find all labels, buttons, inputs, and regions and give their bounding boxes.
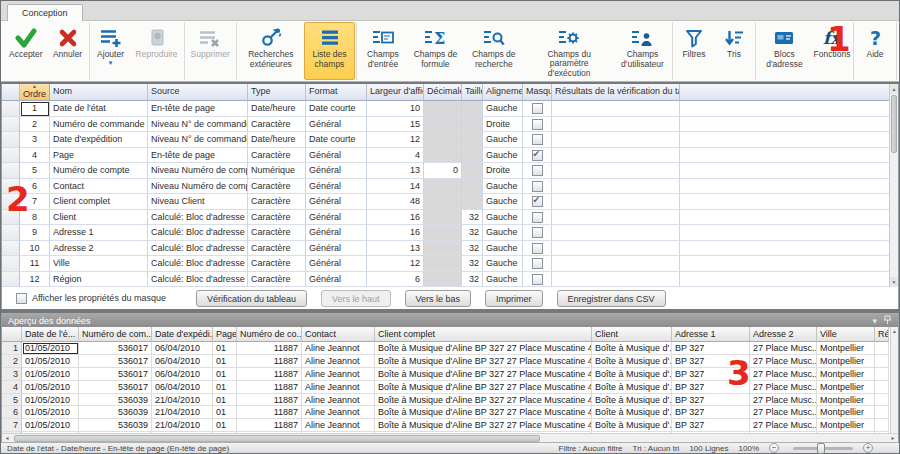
- field-cell-masque[interactable]: [523, 272, 552, 288]
- preview-row-number[interactable]: 6: [2, 406, 22, 419]
- masque-checkbox[interactable]: [532, 274, 543, 285]
- chevron-down-icon[interactable]: ▾: [872, 316, 877, 326]
- scroll-down-icon[interactable]: ▼: [890, 277, 898, 287]
- field-cell-alignement[interactable]: Droite: [483, 117, 523, 133]
- field-cell-ordre[interactable]: 11: [20, 256, 50, 272]
- field-col-header-ordre[interactable]: ▲Ordre: [20, 84, 50, 101]
- preview-horizontal-scrollbar[interactable]: ◄ ►: [2, 433, 898, 442]
- preview-col-header-2[interactable]: Date d'expédi...: [152, 327, 213, 342]
- field-cell-nom[interactable]: Numéro de compte: [50, 163, 148, 179]
- toolbar-button-input-fields[interactable]: Champs d'entrée: [358, 22, 408, 80]
- field-cell-masque[interactable]: [523, 148, 552, 164]
- field-cell-largeur[interactable]: 6: [367, 272, 424, 288]
- scroll-left-icon[interactable]: ◄: [2, 435, 12, 441]
- preview-col-header-7[interactable]: Client: [592, 327, 672, 342]
- field-cell-masque[interactable]: [523, 132, 552, 148]
- field-cell-type[interactable]: Caractère: [248, 210, 306, 226]
- field-cell-largeur[interactable]: 13: [367, 163, 424, 179]
- field-cell-resultats[interactable]: [552, 194, 680, 210]
- field-cell-decimales[interactable]: [424, 210, 462, 226]
- field-col-header-taille[interactable]: Taille: [462, 84, 483, 101]
- toolbar-button-help[interactable]: ?Aide: [855, 22, 895, 80]
- field-cell-largeur[interactable]: 16: [367, 225, 424, 241]
- preview-vertical-scrollbar[interactable]: ▲: [890, 327, 898, 433]
- field-cell-largeur[interactable]: 48: [367, 194, 424, 210]
- field-cell-nom[interactable]: Ville: [50, 256, 148, 272]
- field-cell-gutter[interactable]: [2, 101, 20, 117]
- show-mask-properties-checkbox[interactable]: [16, 293, 27, 304]
- field-col-header-resultats[interactable]: Résultats de la vérification du tableau: [552, 84, 680, 101]
- field-cell-format[interactable]: Date courte: [306, 101, 367, 117]
- move-up-button[interactable]: Vers le haut: [321, 290, 391, 307]
- field-cell-source[interactable]: En-tête de page: [148, 148, 248, 164]
- masque-checkbox[interactable]: [532, 196, 543, 207]
- toolbar-button-field-list[interactable]: Liste des champs: [304, 22, 355, 80]
- field-cell-gutter[interactable]: [2, 241, 20, 257]
- field-grid-vertical-scrollbar[interactable]: ▲▼: [889, 84, 898, 287]
- field-cell-alignement[interactable]: Gauche: [483, 256, 523, 272]
- toolbar-button-accept[interactable]: Accepter: [4, 22, 48, 80]
- field-cell-source[interactable]: Niveau Numéro de compte: [148, 163, 248, 179]
- masque-checkbox[interactable]: [532, 134, 543, 145]
- tab-conception[interactable]: Conception: [7, 4, 83, 21]
- field-cell-decimales[interactable]: [424, 272, 462, 288]
- pin-icon[interactable]: [884, 315, 891, 326]
- field-cell-type[interactable]: Caractère: [248, 256, 306, 272]
- field-cell-resultats[interactable]: [552, 241, 680, 257]
- field-cell-decimales[interactable]: [424, 241, 462, 257]
- field-cell-decimales[interactable]: [424, 225, 462, 241]
- preview-col-header-9[interactable]: Adresse 2: [750, 327, 817, 342]
- toolbar-button-search-fields[interactable]: Champs de recherche: [463, 22, 524, 80]
- preview-col-header-4[interactable]: Numéro de co...: [237, 327, 302, 342]
- field-cell-type[interactable]: Caractère: [248, 148, 306, 164]
- field-cell-masque[interactable]: [523, 101, 552, 117]
- field-cell-resultats[interactable]: [552, 225, 680, 241]
- preview-col-header-6[interactable]: Client complet: [375, 327, 592, 342]
- field-cell-format[interactable]: Date courte: [306, 132, 367, 148]
- field-cell-alignement[interactable]: Gauche: [483, 225, 523, 241]
- field-cell-source[interactable]: Calculé: Bloc d'adresse: [148, 272, 248, 288]
- field-cell-largeur[interactable]: 14: [367, 179, 424, 195]
- field-cell-resultats[interactable]: [552, 117, 680, 133]
- field-cell-masque[interactable]: [523, 210, 552, 226]
- field-cell-ordre[interactable]: 3: [20, 132, 50, 148]
- field-cell-type[interactable]: Caractère: [248, 225, 306, 241]
- field-cell-resultats[interactable]: [552, 101, 680, 117]
- field-cell-nom[interactable]: Région: [50, 272, 148, 288]
- field-cell-taille[interactable]: 32: [462, 225, 483, 241]
- toolbar-button-address-blocks[interactable]: Blocs d'adresse: [757, 22, 812, 80]
- field-cell-format[interactable]: Général: [306, 272, 367, 288]
- field-cell-alignement[interactable]: Droite: [483, 163, 523, 179]
- field-cell-largeur[interactable]: 10: [367, 101, 424, 117]
- preview-row-number[interactable]: 4: [2, 381, 22, 394]
- zoom-slider[interactable]: [793, 447, 853, 450]
- preview-col-header-10[interactable]: Ville: [817, 327, 875, 342]
- field-cell-type[interactable]: Caractère: [248, 194, 306, 210]
- preview-row-number[interactable]: 1: [2, 342, 22, 355]
- field-cell-format[interactable]: Général: [306, 117, 367, 133]
- field-cell-nom[interactable]: Date d'expédition: [50, 132, 148, 148]
- field-cell-format[interactable]: Général: [306, 256, 367, 272]
- field-cell-source[interactable]: Calculé: Bloc d'adresse: [148, 256, 248, 272]
- field-cell-decimales[interactable]: [424, 148, 462, 164]
- toolbar-button-cancel[interactable]: Annuler: [48, 22, 88, 80]
- preview-row-number[interactable]: 7: [2, 419, 22, 432]
- field-cell-largeur[interactable]: 12: [367, 132, 424, 148]
- field-cell-masque[interactable]: [523, 117, 552, 133]
- field-cell-resultats[interactable]: [552, 256, 680, 272]
- toolbar-button-add[interactable]: Ajouter▾: [91, 22, 131, 80]
- field-cell-largeur[interactable]: 13: [367, 241, 424, 257]
- field-cell-nom[interactable]: Numéro de commande: [50, 117, 148, 133]
- toolbar-button-delete[interactable]: Supprimer: [186, 22, 235, 80]
- field-cell-alignement[interactable]: Gauche: [483, 179, 523, 195]
- masque-checkbox[interactable]: [532, 212, 543, 223]
- toolbar-button-formula-fields[interactable]: ΣChamps de formule: [408, 22, 463, 80]
- field-cell-taille[interactable]: [462, 117, 483, 133]
- field-cell-taille[interactable]: [462, 148, 483, 164]
- field-cell-source[interactable]: Niveau Numéro de compte: [148, 179, 248, 195]
- print-button[interactable]: Imprimer: [485, 290, 543, 307]
- scroll-up-icon[interactable]: ▲: [890, 84, 898, 94]
- field-cell-format[interactable]: Général: [306, 148, 367, 164]
- field-cell-largeur[interactable]: 4: [367, 148, 424, 164]
- toolbar-button-sorts[interactable]: Tris: [714, 22, 754, 80]
